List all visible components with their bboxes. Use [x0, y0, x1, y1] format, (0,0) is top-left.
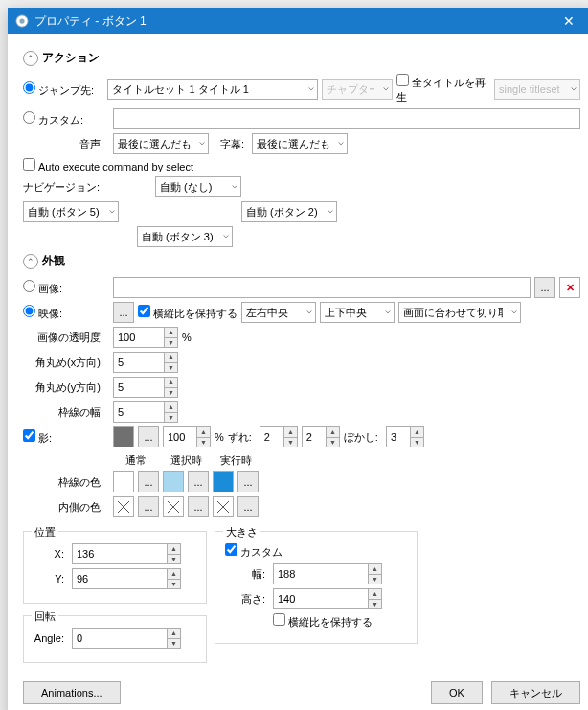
- image-path-field[interactable]: [113, 277, 531, 298]
- cancel-button[interactable]: キャンセル: [491, 681, 580, 704]
- section-appearance-header[interactable]: ⌃ 外観: [23, 253, 580, 269]
- size-group: 大きさ カスタム 幅:▲▼ 高さ:▲▼ 横縦比を保持する: [215, 531, 418, 644]
- play-all-checkbox[interactable]: 全タイトルを再生: [396, 74, 490, 104]
- col-selected: 選択時: [163, 453, 209, 468]
- app-icon: [15, 14, 29, 28]
- angle-spinner[interactable]: ▲▼: [72, 628, 181, 649]
- blur-label: ぼかし:: [344, 430, 382, 445]
- subtitle-label: 字幕:: [220, 137, 248, 151]
- section-appearance-label: 外観: [42, 253, 65, 269]
- halign-select[interactable]: 左右中央: [241, 302, 316, 323]
- svg-point-1: [19, 18, 24, 23]
- inner-color-normal[interactable]: [113, 496, 134, 517]
- border-w-spinner[interactable]: ▲▼: [113, 401, 178, 423]
- opacity-spinner[interactable]: ▲▼: [113, 327, 178, 348]
- col-active: 実行時: [213, 453, 259, 468]
- video-radio[interactable]: 映像:: [23, 305, 109, 321]
- round-y-label: 角丸め(y方向):: [23, 380, 109, 395]
- nav-left-select[interactable]: 自動 (ボタン 5): [23, 201, 119, 222]
- shadow-color-swatch[interactable]: [113, 426, 134, 447]
- shift-y-spinner[interactable]: ▲▼: [302, 426, 340, 447]
- pos-y-spinner[interactable]: ▲▼: [72, 568, 181, 589]
- border-w-label: 枠線の幅:: [23, 405, 109, 420]
- ok-button[interactable]: OK: [431, 681, 483, 704]
- border-color-active[interactable]: [213, 471, 234, 492]
- fit-select[interactable]: 画面に合わせて切り取り: [398, 302, 521, 323]
- image-radio[interactable]: 画像:: [23, 280, 109, 296]
- custom-field[interactable]: [113, 108, 580, 129]
- rotation-group: 回転 Angle:▲▼: [23, 615, 207, 663]
- shift-x-spinner[interactable]: ▲▼: [260, 426, 298, 447]
- chapter-select: チャプター 1: [322, 79, 393, 100]
- nav-right-select[interactable]: 自動 (ボタン 2): [241, 201, 337, 222]
- window-title: プロパティ - ボタン 1: [34, 13, 550, 30]
- inner-color-active[interactable]: [213, 496, 234, 517]
- round-x-spinner[interactable]: ▲▼: [113, 352, 178, 373]
- section-action-label: アクション: [42, 50, 100, 66]
- nav-down-select[interactable]: 自動 (ボタン 3): [137, 226, 233, 247]
- height-spinner[interactable]: ▲▼: [273, 588, 382, 609]
- shadow-pct-spinner[interactable]: ▲▼: [163, 426, 211, 447]
- width-spinner[interactable]: ▲▼: [273, 563, 382, 584]
- audio-select[interactable]: 最後に選んだもの: [113, 133, 209, 154]
- jump-to-radio[interactable]: ジャンプ先:: [23, 81, 103, 98]
- border-color-label: 枠線の色:: [23, 475, 109, 490]
- blur-spinner[interactable]: ▲▼: [386, 426, 424, 447]
- nav-up-select[interactable]: 自動 (なし): [155, 176, 241, 197]
- animations-button[interactable]: Animations...: [23, 681, 121, 704]
- border-color-normal[interactable]: [113, 471, 134, 492]
- properties-dialog: プロパティ - ボタン 1 ✕ ⌃ アクション ジャンプ先: タイトルセット 1…: [8, 8, 588, 710]
- inner-color-active-btn[interactable]: ...: [237, 496, 259, 517]
- valign-select[interactable]: 上下中央: [320, 302, 395, 323]
- keep-aspect-checkbox[interactable]: 横縦比を保持する: [138, 305, 237, 321]
- keep-aspect-size-checkbox[interactable]: 横縦比を保持する: [273, 613, 373, 630]
- section-action-header[interactable]: ⌃ アクション: [23, 50, 580, 66]
- inner-color-label: 内側の色:: [23, 500, 109, 515]
- inner-color-selected[interactable]: [163, 496, 184, 517]
- border-color-selected-btn[interactable]: ...: [188, 471, 209, 492]
- custom-radio[interactable]: カスタム:: [23, 111, 109, 127]
- round-x-label: 角丸め(x方向):: [23, 355, 109, 370]
- shadow-checkbox[interactable]: 影:: [23, 429, 109, 446]
- custom-size-checkbox[interactable]: カスタム: [225, 543, 283, 560]
- inner-color-selected-btn[interactable]: ...: [188, 496, 209, 517]
- border-color-active-btn[interactable]: ...: [237, 471, 259, 492]
- audio-label: 音声:: [23, 137, 109, 151]
- video-browse-button[interactable]: ...: [113, 302, 134, 323]
- opacity-label: 画像の透明度:: [23, 331, 109, 345]
- image-browse-button[interactable]: ...: [534, 277, 555, 298]
- chevron-up-icon: ⌃: [23, 51, 38, 66]
- shadow-color-button[interactable]: ...: [138, 426, 159, 447]
- position-group: 位置 X:▲▼ Y:▲▼: [23, 531, 207, 604]
- col-normal: 通常: [113, 453, 159, 468]
- border-color-selected[interactable]: [163, 471, 184, 492]
- clear-image-button[interactable]: ✕: [559, 277, 580, 298]
- single-titleset-select: single titleset: [494, 79, 580, 100]
- chevron-up-icon: ⌃: [23, 254, 38, 269]
- pos-x-spinner[interactable]: ▲▼: [72, 543, 181, 564]
- navigation-label: ナビゲージョン:: [23, 180, 100, 195]
- auto-exec-checkbox[interactable]: Auto execute command by select: [23, 158, 193, 172]
- jump-target-select[interactable]: タイトルセット 1 タイトル 1: [107, 79, 318, 100]
- titlebar: プロパティ - ボタン 1 ✕: [8, 8, 588, 34]
- close-button[interactable]: ✕: [550, 13, 588, 29]
- shift-label: ずれ:: [228, 430, 256, 445]
- inner-color-normal-btn[interactable]: ...: [138, 496, 159, 517]
- border-color-normal-btn[interactable]: ...: [138, 471, 159, 492]
- subtitle-select[interactable]: 最後に選んだもの: [252, 133, 348, 154]
- round-y-spinner[interactable]: ▲▼: [113, 377, 178, 398]
